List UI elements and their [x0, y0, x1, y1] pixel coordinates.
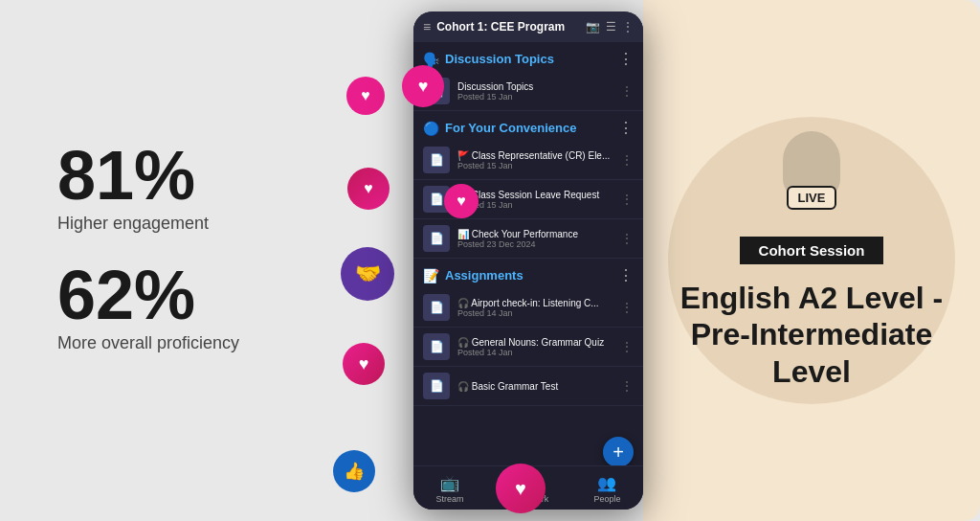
cohort-session-bar-wrapper: Cohort Session	[740, 229, 884, 264]
item-title: 🚩 Class Representative (CR) Ele...	[457, 150, 612, 161]
item-title: 🎧 Airport check-in: Listening C...	[457, 298, 612, 308]
cohort-session-bar: Cohort Session	[740, 237, 884, 264]
item-more[interactable]: ⋮	[620, 152, 634, 168]
item-subtitle: Posted 15 Jan	[457, 200, 612, 210]
list-item[interactable]: 📄 🖐️ Class Session Leave Request Posted …	[413, 180, 643, 219]
float-icon-4: ♥	[343, 343, 385, 385]
float-icon-5: 👍	[333, 450, 375, 492]
center-float-top: ♥	[402, 65, 444, 107]
course-title: English A2 Level - Pre-Intermediate Leve…	[643, 264, 980, 390]
engagement-label: Higher engagement	[57, 214, 209, 234]
item-subtitle: Posted 15 Jan	[457, 161, 612, 170]
stat-proficiency: 62% More overall proficiency	[57, 260, 239, 353]
float-icon-3: 🤝	[341, 247, 394, 301]
stream-label: Stream	[436, 494, 464, 504]
item-more[interactable]: ⋮	[620, 300, 634, 315]
item-title: Discussion Topics	[457, 81, 612, 92]
left-panel: 81% Higher engagement 62% More overall p…	[0, 0, 413, 521]
item-icon: 📄	[423, 147, 450, 173]
stream-icon: 📺	[440, 474, 459, 492]
live-badge-container: LIVE	[783, 131, 840, 204]
item-content: Discussion Topics Posted 15 Jan	[457, 81, 612, 102]
item-content: 🎧 Airport check-in: Listening C... Poste…	[457, 298, 612, 318]
item-more[interactable]: ⋮	[620, 378, 634, 394]
main-container: 81% Higher engagement 62% More overall p…	[0, 0, 980, 521]
list-item[interactable]: 📄 📊 Check Your Performance Posted 23 Dec…	[413, 219, 643, 259]
section-assignments-more[interactable]: ⋮	[618, 266, 634, 284]
item-title: 📊 Check Your Performance	[457, 229, 612, 239]
center-float-bottom: ♥	[496, 464, 546, 513]
camera-icon[interactable]: 📷	[586, 20, 600, 34]
engagement-percent: 81%	[57, 141, 209, 210]
menu-icon[interactable]: ≡	[423, 19, 431, 34]
item-content: 🖐️ Class Session Leave Request Posted 15…	[457, 190, 612, 210]
item-title: 🎧 Basic Grammar Test	[457, 381, 612, 392]
nav-stream[interactable]: 📺 Stream	[436, 474, 464, 504]
nav-people[interactable]: 👥 People	[593, 474, 620, 504]
list-item[interactable]: 📄 🎧 Basic Grammar Test ⋮	[413, 367, 643, 406]
filter-icon[interactable]: ☰	[606, 20, 616, 34]
section-convenience-more[interactable]: ⋮	[618, 119, 634, 137]
discussion-emoji: 🗣️	[423, 52, 439, 67]
phone-header-icons: 📷 ☰ ⋮	[586, 20, 634, 34]
section-assignments-header: 📝 Assignments ⋮	[413, 259, 643, 288]
item-subtitle: Posted 14 Jan	[457, 308, 612, 318]
phone-header: ≡ Cohort 1: CEE Program 📷 ☰ ⋮	[413, 11, 643, 42]
item-subtitle: Posted 15 Jan	[457, 92, 612, 102]
item-content: 📊 Check Your Performance Posted 23 Dec 2…	[457, 229, 612, 249]
section-assignments-title: Assignments	[445, 268, 612, 283]
mic-icon: LIVE	[783, 131, 840, 198]
list-item[interactable]: 📄 🎧 General Nouns: Grammar Quiz Posted 1…	[413, 328, 643, 367]
list-item[interactable]: 📄 🚩 Class Representative (CR) Ele... Pos…	[413, 141, 643, 180]
live-badge: LIVE	[787, 186, 837, 210]
float-icon-1: ♥	[346, 77, 385, 115]
item-icon: 📄	[423, 333, 450, 360]
item-content: 🎧 General Nouns: Grammar Quiz Posted 14 …	[457, 337, 612, 357]
people-icon: 👥	[597, 474, 616, 492]
assignments-emoji: 📝	[423, 268, 439, 283]
item-subtitle: Posted 14 Jan	[457, 348, 612, 357]
more-vert-icon[interactable]: ⋮	[622, 20, 634, 34]
item-more[interactable]: ⋮	[620, 83, 634, 99]
convenience-emoji: 🔵	[423, 121, 439, 136]
item-content: 🚩 Class Representative (CR) Ele... Poste…	[457, 150, 612, 170]
item-more[interactable]: ⋮	[620, 339, 634, 354]
item-icon: 📄	[423, 373, 450, 399]
people-label: People	[593, 494, 620, 504]
section-discussion-more[interactable]: ⋮	[618, 50, 634, 68]
item-icon: 📄	[423, 225, 450, 252]
phone: ≡ Cohort 1: CEE Program 📷 ☰ ⋮ 🗣️ Discuss…	[413, 11, 643, 510]
proficiency-percent: 62%	[57, 260, 239, 329]
item-content: 🎧 Basic Grammar Test	[457, 381, 612, 392]
float-icon-2: ♥	[347, 168, 390, 210]
section-discussion-header: 🗣️ Discussion Topics ⋮	[413, 42, 643, 72]
right-panel: LIVE Cohort Session English A2 Level - P…	[643, 0, 980, 521]
proficiency-label: More overall proficiency	[57, 333, 239, 353]
phone-container: ≡ Cohort 1: CEE Program 📷 ☰ ⋮ 🗣️ Discuss…	[413, 0, 643, 521]
section-convenience-header: 🔵 For Your Convenience ⋮	[413, 111, 643, 141]
item-more[interactable]: ⋮	[620, 231, 634, 246]
item-title: 🎧 General Nouns: Grammar Quiz	[457, 337, 612, 348]
section-convenience-title: For Your Convenience	[445, 121, 612, 135]
fab-button[interactable]: +	[603, 437, 634, 467]
stat-engagement: 81% Higher engagement	[57, 141, 209, 234]
phone-title: Cohort 1: CEE Program	[436, 20, 580, 34]
section-discussion-title: Discussion Topics	[445, 52, 612, 66]
item-subtitle: Posted 23 Dec 2024	[457, 239, 612, 249]
list-item[interactable]: 📄 Discussion Topics Posted 15 Jan ⋮	[413, 72, 643, 111]
list-item[interactable]: 📄 🎧 Airport check-in: Listening C... Pos…	[413, 288, 643, 328]
highlight-circle: ♥	[444, 184, 479, 218]
item-title: 🖐️ Class Session Leave Request	[457, 190, 612, 200]
item-icon: 📄	[423, 294, 450, 321]
item-more[interactable]: ⋮	[620, 192, 634, 207]
